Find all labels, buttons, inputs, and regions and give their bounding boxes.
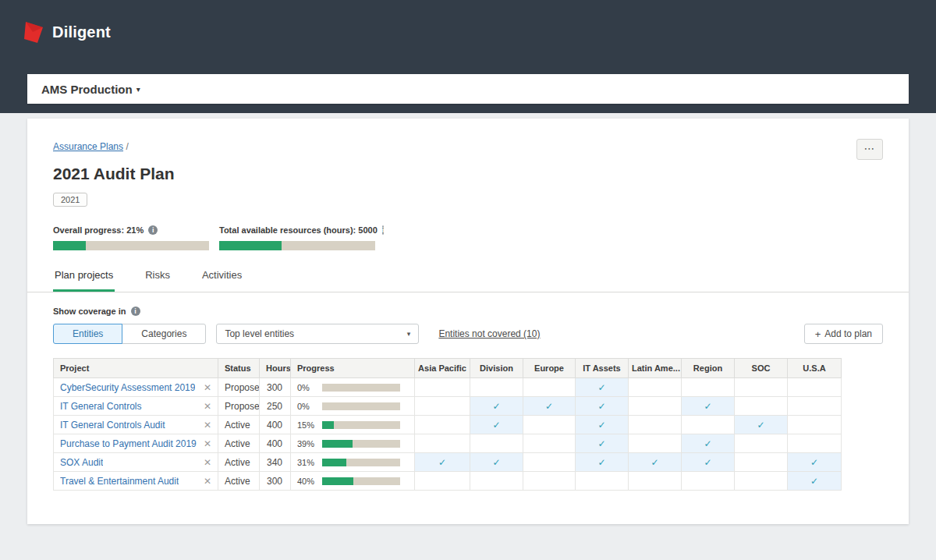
coverage-cell[interactable]: ✓ bbox=[682, 397, 735, 416]
tab-activities[interactable]: Activities bbox=[200, 269, 243, 292]
coverage-cell[interactable]: ✓ bbox=[576, 416, 629, 434]
coverage-cell[interactable] bbox=[629, 472, 682, 491]
coverage-cell[interactable] bbox=[470, 472, 523, 491]
progress-bar bbox=[322, 440, 400, 448]
remove-project-icon[interactable]: ✕ bbox=[204, 382, 211, 393]
more-options-button[interactable]: ⋯ bbox=[856, 139, 883, 160]
coverage-cell[interactable] bbox=[788, 416, 842, 434]
coverage-cell[interactable] bbox=[576, 472, 629, 491]
coverage-cell[interactable] bbox=[735, 472, 788, 491]
hours-cell: 300 bbox=[260, 472, 291, 491]
coverage-cell[interactable] bbox=[735, 453, 788, 472]
coverage-cell[interactable]: ✓ bbox=[470, 416, 523, 434]
remove-project-icon[interactable]: ✕ bbox=[204, 401, 211, 412]
coverage-cell[interactable]: ✓ bbox=[523, 397, 576, 416]
check-icon: ✓ bbox=[757, 420, 764, 431]
chevron-down-icon: ▾ bbox=[407, 330, 411, 338]
coverage-cell[interactable] bbox=[629, 397, 682, 416]
brand: Diligent bbox=[23, 21, 111, 44]
coverage-cell[interactable]: ✓ bbox=[682, 453, 735, 472]
progress-percent: 0% bbox=[297, 383, 322, 392]
coverage-cell[interactable]: ✓ bbox=[735, 416, 788, 434]
coverage-cell[interactable] bbox=[788, 397, 842, 416]
coverage-cell[interactable] bbox=[470, 378, 523, 397]
coverage-cell[interactable] bbox=[523, 378, 576, 397]
coverage-cell[interactable] bbox=[629, 378, 682, 397]
project-link[interactable]: SOX Audit bbox=[60, 457, 103, 468]
org-selector-bar: AMS Production ▾ bbox=[27, 74, 909, 104]
coverage-cell[interactable]: ✓ bbox=[415, 453, 470, 472]
status-cell: Active bbox=[218, 453, 260, 472]
project-link[interactable]: IT General Controls bbox=[60, 401, 142, 412]
coverage-cell[interactable] bbox=[682, 472, 735, 491]
table-row: CyberSecurity Assessment 2019✕Proposed30… bbox=[54, 378, 842, 397]
progress-percent: 0% bbox=[297, 402, 322, 411]
tab-risks[interactable]: Risks bbox=[144, 269, 172, 292]
chevron-down-icon[interactable]: ▾ bbox=[136, 85, 140, 94]
project-link[interactable]: Travel & Entertainment Audit bbox=[60, 476, 179, 487]
remove-project-icon[interactable]: ✕ bbox=[204, 438, 211, 449]
remove-project-icon[interactable]: ✕ bbox=[204, 457, 211, 468]
coverage-cell[interactable] bbox=[788, 378, 842, 397]
coverage-cell[interactable] bbox=[523, 434, 576, 453]
breadcrumb-link-assurance-plans[interactable]: Assurance Plans bbox=[53, 141, 123, 152]
coverage-cell[interactable]: ✓ bbox=[576, 397, 629, 416]
progress-bar bbox=[322, 459, 400, 466]
coverage-cell[interactable]: ✓ bbox=[470, 397, 523, 416]
progress-percent: 31% bbox=[297, 458, 322, 467]
overall-progress-fill bbox=[53, 241, 86, 250]
info-icon[interactable]: i bbox=[131, 307, 140, 316]
info-icon[interactable]: i bbox=[148, 225, 158, 235]
breadcrumb-separator: / bbox=[123, 141, 129, 152]
toggle-entities[interactable]: Entities bbox=[53, 324, 122, 344]
project-link[interactable]: CyberSecurity Assessment 2019 bbox=[60, 382, 195, 393]
coverage-cell[interactable] bbox=[629, 434, 682, 453]
status-cell: Proposed bbox=[218, 378, 260, 397]
coverage-cell[interactable] bbox=[682, 416, 735, 434]
hours-cell: 400 bbox=[260, 416, 291, 434]
project-link[interactable]: Purchase to Payment Audit 2019 bbox=[60, 438, 197, 449]
audit-plan-card: Assurance Plans / ⋯ 2021 Audit Plan 2021… bbox=[27, 119, 909, 524]
coverage-toggle-group: Entities Categories bbox=[53, 324, 206, 344]
check-icon: ✓ bbox=[492, 401, 500, 412]
coverage-cell[interactable]: ✓ bbox=[788, 472, 842, 491]
project-link[interactable]: IT General Controls Audit bbox=[60, 420, 165, 431]
coverage-cell[interactable] bbox=[415, 378, 470, 397]
coverage-cell[interactable]: ✓ bbox=[788, 453, 842, 472]
coverage-cell[interactable]: ✓ bbox=[576, 453, 629, 472]
info-icon[interactable]: i bbox=[382, 225, 385, 235]
coverage-cell[interactable]: ✓ bbox=[470, 453, 523, 472]
progress-cell: 0% bbox=[291, 397, 415, 416]
remove-project-icon[interactable]: ✕ bbox=[204, 420, 211, 431]
coverage-cell[interactable] bbox=[523, 453, 576, 472]
coverage-cell[interactable] bbox=[415, 472, 470, 491]
coverage-cell[interactable] bbox=[735, 397, 788, 416]
remove-project-icon[interactable]: ✕ bbox=[204, 476, 211, 487]
org-selector[interactable]: AMS Production bbox=[41, 83, 133, 96]
tab-plan-projects[interactable]: Plan projects bbox=[53, 269, 115, 292]
coverage-cell[interactable] bbox=[523, 416, 576, 434]
coverage-cell[interactable] bbox=[415, 397, 470, 416]
entities-not-covered-link[interactable]: Entities not covered (10) bbox=[438, 328, 540, 339]
coverage-cell[interactable]: ✓ bbox=[576, 434, 629, 453]
check-icon: ✓ bbox=[597, 457, 605, 468]
coverage-cell[interactable] bbox=[523, 472, 576, 491]
add-to-plan-button[interactable]: + Add to plan bbox=[804, 324, 883, 344]
entity-level-dropdown[interactable]: Top level entities ▾ bbox=[216, 324, 419, 344]
coverage-cell[interactable] bbox=[415, 434, 470, 453]
column-header: Latin Ame... bbox=[629, 359, 682, 378]
table-row: IT General Controls✕Proposed2500%✓✓✓✓ bbox=[54, 397, 842, 416]
progress-percent: 15% bbox=[297, 420, 322, 430]
coverage-cell[interactable] bbox=[735, 378, 788, 397]
coverage-cell[interactable] bbox=[682, 378, 735, 397]
hours-cell: 340 bbox=[260, 453, 291, 472]
coverage-cell[interactable] bbox=[735, 434, 788, 453]
coverage-cell[interactable] bbox=[629, 416, 682, 434]
coverage-cell[interactable]: ✓ bbox=[629, 453, 682, 472]
coverage-cell[interactable] bbox=[470, 434, 523, 453]
coverage-cell[interactable] bbox=[415, 416, 470, 434]
coverage-cell[interactable]: ✓ bbox=[576, 378, 629, 397]
toggle-categories[interactable]: Categories bbox=[122, 324, 206, 344]
coverage-cell[interactable] bbox=[788, 434, 842, 453]
coverage-cell[interactable]: ✓ bbox=[682, 434, 735, 453]
